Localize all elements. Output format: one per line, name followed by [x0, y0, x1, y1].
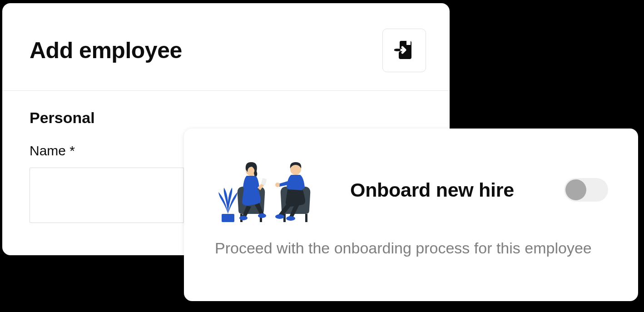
svg-rect-10 — [261, 178, 267, 185]
svg-point-12 — [239, 216, 248, 220]
svg-rect-14 — [305, 214, 307, 222]
onboard-header-row: Onboard new hire — [215, 156, 608, 224]
onboard-toggle[interactable] — [564, 178, 608, 202]
onboard-description: Proceed with the onboarding process for … — [215, 238, 596, 259]
interview-illustration — [215, 156, 328, 224]
section-title-personal: Personal — [30, 109, 422, 127]
onboard-card: Onboard new hire Proceed with the onboar… — [184, 129, 638, 301]
svg-point-11 — [258, 213, 266, 218]
import-button[interactable] — [382, 29, 426, 72]
svg-rect-13 — [283, 214, 286, 222]
svg-point-16 — [275, 183, 280, 187]
page-title: Add employee — [30, 37, 182, 64]
card-header: Add employee — [2, 3, 450, 91]
svg-point-17 — [286, 216, 295, 221]
toggle-knob — [565, 179, 586, 200]
svg-point-18 — [275, 214, 284, 219]
svg-rect-6 — [222, 214, 234, 222]
import-file-icon — [393, 39, 415, 62]
name-input[interactable] — [30, 168, 184, 223]
onboard-title: Onboard new hire — [350, 179, 542, 201]
